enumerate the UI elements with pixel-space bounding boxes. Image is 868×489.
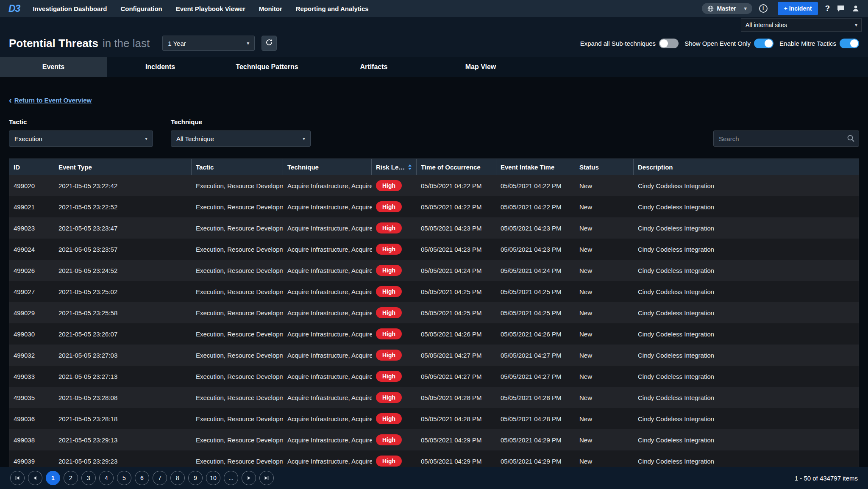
help-icon[interactable]: ? [825, 4, 830, 13]
table-row[interactable]: 499029 2021-05-05 23:25:58 Execution, Re… [9, 302, 859, 323]
time-range-dropdown[interactable]: 1 Year ▾ [162, 36, 255, 51]
cell-event-type: 2021-05-05 23:22:42 [54, 182, 192, 189]
table-row[interactable]: 499036 2021-05-05 23:28:18 Execution, Re… [9, 408, 859, 429]
technique-dropdown[interactable]: All Technique ▾ [171, 131, 311, 147]
column-header-status[interactable]: Status [575, 159, 634, 175]
column-header-tactic[interactable]: Tactic [192, 159, 283, 175]
previous-page-button[interactable] [28, 471, 42, 485]
table-row[interactable]: 499033 2021-05-05 23:27:13 Execution, Re… [9, 366, 859, 387]
cell-risk-level: High [372, 350, 417, 361]
page-title: Potential Threats [9, 37, 98, 50]
cell-description: Cindy Codeless Integration [634, 352, 859, 359]
table-row[interactable]: 499035 2021-05-05 23:28:08 Execution, Re… [9, 387, 859, 408]
cell-id: 499038 [9, 436, 54, 444]
cell-tactic: Execution, Resource Developme [192, 288, 283, 295]
column-header-description[interactable]: Description [634, 159, 859, 175]
nav-item[interactable]: Monitor [259, 5, 282, 12]
cell-risk-level: High [372, 244, 417, 255]
chat-icon[interactable] [837, 5, 845, 12]
table-row[interactable]: 499024 2021-05-05 23:23:57 Execution, Re… [9, 239, 859, 260]
page-button[interactable]: 5 [117, 471, 131, 485]
toggle-switch[interactable] [754, 39, 773, 48]
column-header-time-of-occurrence[interactable]: Time of Occurrence [417, 159, 496, 175]
page-button[interactable]: 2 [64, 471, 78, 485]
tab-technique-patterns[interactable]: Technique Patterns [214, 57, 320, 77]
table-row[interactable]: 499026 2021-05-05 23:24:52 Execution, Re… [9, 260, 859, 281]
tab-artifacts[interactable]: Artifacts [320, 57, 427, 77]
cell-description: Cindy Codeless Integration [634, 415, 859, 422]
last-page-button[interactable] [259, 471, 274, 485]
site-selector[interactable]: All internal sites ▾ [741, 19, 862, 31]
next-page-button[interactable] [242, 471, 256, 485]
cell-event-intake-time: 05/05/2021 04:29 PM [496, 436, 575, 444]
nav-item[interactable]: Reporting and Analytics [296, 5, 369, 12]
nav-item[interactable]: Investigation Dashboard [33, 5, 107, 12]
column-header-risk-level[interactable]: Risk Level [372, 159, 417, 175]
sort-icon[interactable] [408, 164, 412, 170]
page-button[interactable]: 10 [206, 471, 220, 485]
nav-item[interactable]: Event Playbook Viewer [176, 5, 245, 12]
tab-events[interactable]: Events [0, 57, 107, 77]
column-header-technique[interactable]: Technique [283, 159, 372, 175]
table-row[interactable]: 499027 2021-05-05 23:25:02 Execution, Re… [9, 281, 859, 302]
events-table: ID Event Type Tactic Technique Risk Leve… [9, 158, 859, 489]
tactic-dropdown[interactable]: Execution ▾ [9, 131, 153, 147]
cell-event-intake-time: 05/05/2021 04:28 PM [496, 415, 575, 422]
cell-status: New [575, 415, 634, 422]
cell-time-of-occurrence: 05/05/2021 04:22 PM [417, 203, 496, 211]
risk-badge: High [376, 350, 402, 361]
user-icon[interactable] [852, 5, 860, 12]
upper-band: All internal sites ▾ Potential Threats i… [0, 17, 868, 77]
table-row[interactable]: 499032 2021-05-05 23:27:03 Execution, Re… [9, 345, 859, 366]
tab-map-view[interactable]: Map View [427, 57, 534, 77]
cell-event-type: 2021-05-05 23:25:02 [54, 288, 192, 295]
cell-technique: Acquire Infrastructure, Acquire In [283, 203, 372, 211]
tactic-label: Tactic [9, 118, 153, 125]
cell-status: New [575, 373, 634, 380]
page-button[interactable]: 8 [170, 471, 185, 485]
cell-risk-level: High [372, 286, 417, 297]
cell-id: 499027 [9, 288, 54, 295]
cell-event-intake-time: 05/05/2021 04:23 PM [496, 246, 575, 253]
column-header-event-intake-time[interactable]: Event Intake Time [496, 159, 575, 175]
cell-status: New [575, 182, 634, 189]
top-navbar: D3 Investigation DashboardConfigurationE… [0, 0, 868, 17]
page-button[interactable]: 7 [153, 471, 167, 485]
master-dropdown[interactable]: Master ▾ [702, 3, 752, 14]
add-incident-button[interactable]: + Incident [778, 2, 818, 15]
column-header-event-type[interactable]: Event Type [54, 159, 192, 175]
table-row[interactable]: 499038 2021-05-05 23:29:13 Execution, Re… [9, 429, 859, 450]
table-row[interactable]: 499030 2021-05-05 23:26:07 Execution, Re… [9, 323, 859, 345]
first-page-button[interactable] [10, 471, 25, 485]
cell-id: 499029 [9, 309, 54, 317]
cell-risk-level: High [372, 265, 417, 276]
d3-logo[interactable]: D3 [8, 3, 20, 14]
table-row[interactable]: 499021 2021-05-05 23:22:52 Execution, Re… [9, 196, 859, 217]
toggle-switch[interactable] [659, 39, 679, 48]
toggle-group: Expand all Sub-techniques [580, 39, 679, 48]
page-button[interactable]: 6 [135, 471, 149, 485]
risk-badge: High [376, 201, 402, 212]
cell-event-intake-time: 05/05/2021 04:29 PM [496, 458, 575, 465]
table-row[interactable]: 499020 2021-05-05 23:22:42 Execution, Re… [9, 175, 859, 196]
cell-tactic: Execution, Resource Developme [192, 331, 283, 338]
page-button[interactable]: 1 [46, 471, 60, 485]
cell-description: Cindy Codeless Integration [634, 182, 859, 189]
cell-technique: Acquire Infrastructure, Acquire In [283, 415, 372, 422]
info-icon[interactable]: i [759, 4, 768, 13]
page-button[interactable]: 4 [99, 471, 114, 485]
table-row[interactable]: 499023 2021-05-05 23:23:47 Execution, Re… [9, 217, 859, 239]
page-button[interactable]: 9 [188, 471, 203, 485]
page-button[interactable]: 3 [81, 471, 96, 485]
column-header-id[interactable]: ID [9, 159, 54, 175]
nav-item[interactable]: Configuration [120, 5, 162, 12]
cell-time-of-occurrence: 05/05/2021 04:26 PM [417, 331, 496, 338]
return-to-event-overview-link[interactable]: ‹ Return to Event Overview [9, 96, 92, 104]
tab-incidents[interactable]: Incidents [107, 57, 214, 77]
cell-id: 499039 [9, 458, 54, 465]
search-input[interactable] [713, 131, 859, 147]
refresh-button[interactable] [262, 36, 277, 51]
toggle-switch[interactable] [840, 39, 859, 48]
cell-event-type: 2021-05-05 23:29:23 [54, 458, 192, 465]
page-ellipsis-button[interactable]: ... [224, 471, 238, 485]
